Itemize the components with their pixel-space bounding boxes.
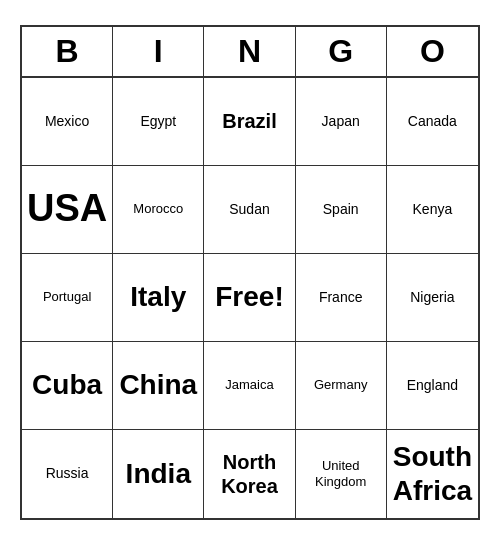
bingo-cell: Kenya <box>387 166 478 254</box>
bingo-grid: MexicoEgyptBrazilJapanCanadaUSAMoroccoSu… <box>22 78 478 518</box>
bingo-cell: USA <box>22 166 113 254</box>
bingo-cell: France <box>296 254 387 342</box>
bingo-cell: England <box>387 342 478 430</box>
bingo-cell: Germany <box>296 342 387 430</box>
header-n: N <box>204 27 295 76</box>
bingo-cell: South Africa <box>387 430 478 518</box>
header-i: I <box>113 27 204 76</box>
bingo-cell: Morocco <box>113 166 204 254</box>
bingo-cell: Italy <box>113 254 204 342</box>
bingo-cell: North Korea <box>204 430 295 518</box>
bingo-cell: Portugal <box>22 254 113 342</box>
bingo-cell: United Kingdom <box>296 430 387 518</box>
bingo-cell: Jamaica <box>204 342 295 430</box>
header-b: B <box>22 27 113 76</box>
bingo-cell: Canada <box>387 78 478 166</box>
bingo-cell: Brazil <box>204 78 295 166</box>
bingo-cell: Nigeria <box>387 254 478 342</box>
bingo-cell: Free! <box>204 254 295 342</box>
header-g: G <box>296 27 387 76</box>
bingo-cell: Mexico <box>22 78 113 166</box>
bingo-cell: India <box>113 430 204 518</box>
bingo-card: B I N G O MexicoEgyptBrazilJapanCanadaUS… <box>20 25 480 520</box>
bingo-cell: China <box>113 342 204 430</box>
bingo-cell: Spain <box>296 166 387 254</box>
bingo-cell: Cuba <box>22 342 113 430</box>
bingo-cell: Russia <box>22 430 113 518</box>
bingo-header: B I N G O <box>22 27 478 78</box>
bingo-cell: Sudan <box>204 166 295 254</box>
bingo-cell: Japan <box>296 78 387 166</box>
bingo-cell: Egypt <box>113 78 204 166</box>
header-o: O <box>387 27 478 76</box>
